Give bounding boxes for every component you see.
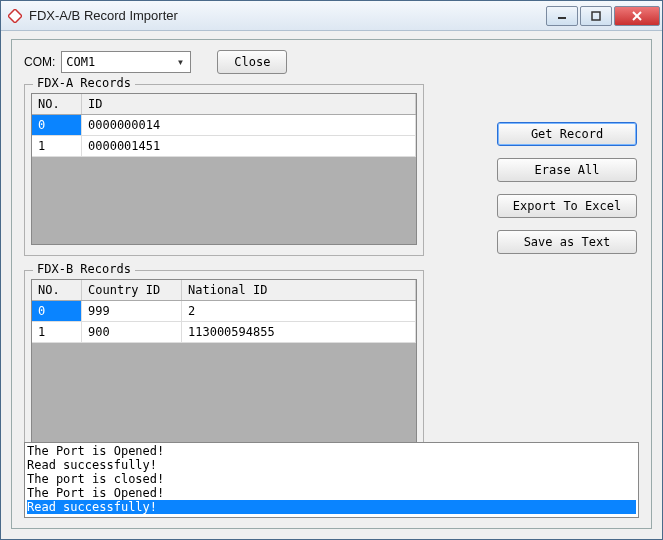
com-select-value: COM1 [66, 55, 172, 69]
fdx-a-grid[interactable]: NO. ID 0 0000000014 1 0000001451 [31, 93, 417, 245]
close-window-button[interactable] [614, 6, 660, 26]
fdx-b-header: NO. Country ID National ID [32, 280, 416, 301]
svg-marker-0 [8, 9, 22, 23]
maximize-button[interactable] [580, 6, 612, 26]
table-row[interactable]: 1 0000001451 [32, 136, 416, 157]
fdx-b-cell-country: 999 [82, 301, 182, 321]
table-row[interactable]: 1 900 113000594855 [32, 322, 416, 343]
fdx-b-legend: FDX-B Records [33, 262, 135, 276]
chevron-down-icon: ▼ [172, 58, 188, 67]
fdx-a-header-no[interactable]: NO. [32, 94, 82, 114]
main-window: FDX-A/B Record Importer COM: COM1 ▼ C [0, 0, 663, 540]
app-icon [7, 8, 23, 24]
window-title: FDX-A/B Record Importer [29, 8, 546, 23]
fdx-b-header-country[interactable]: Country ID [82, 280, 182, 300]
log-line[interactable]: The Port is Opened! [27, 486, 636, 500]
fdx-a-cell-id: 0000000014 [82, 115, 416, 135]
table-row[interactable]: 0 999 2 [32, 301, 416, 322]
fdx-b-header-no[interactable]: NO. [32, 280, 82, 300]
com-label: COM: [24, 55, 55, 69]
fdx-b-group: FDX-B Records NO. Country ID National ID… [24, 270, 424, 458]
fdx-a-cell-no: 1 [32, 136, 82, 156]
fdx-a-group: FDX-A Records NO. ID 0 0000000014 [24, 84, 424, 256]
title-bar[interactable]: FDX-A/B Record Importer [1, 1, 662, 31]
fdx-b-cell-national: 113000594855 [182, 322, 416, 342]
log-line[interactable]: Read successfully! [27, 500, 636, 514]
fdx-b-cell-national: 2 [182, 301, 416, 321]
fdx-a-legend: FDX-A Records [33, 76, 135, 90]
fdx-b-cell-no: 1 [32, 322, 82, 342]
inner-panel: COM: COM1 ▼ Close FDX-A Records NO. ID [11, 39, 652, 529]
side-button-column: Get Record Erase All Export To Excel Sav… [497, 122, 637, 254]
fdx-b-grid[interactable]: NO. Country ID National ID 0 999 2 1 [31, 279, 417, 447]
top-row: COM: COM1 ▼ Close [24, 50, 639, 74]
log-line[interactable]: Read successfully! [27, 458, 636, 472]
fdx-a-header: NO. ID [32, 94, 416, 115]
client-area: COM: COM1 ▼ Close FDX-A Records NO. ID [1, 31, 662, 539]
com-select[interactable]: COM1 ▼ [61, 51, 191, 73]
close-button[interactable]: Close [217, 50, 287, 74]
export-excel-button[interactable]: Export To Excel [497, 194, 637, 218]
log-line[interactable]: The Port is Opened! [27, 444, 636, 458]
table-row[interactable]: 0 0000000014 [32, 115, 416, 136]
fdx-a-cell-id: 0000001451 [82, 136, 416, 156]
minimize-button[interactable] [546, 6, 578, 26]
fdx-b-cell-country: 900 [82, 322, 182, 342]
fdx-a-header-id[interactable]: ID [82, 94, 416, 114]
get-record-button[interactable]: Get Record [497, 122, 637, 146]
svg-rect-2 [592, 12, 600, 20]
save-text-button[interactable]: Save as Text [497, 230, 637, 254]
fdx-a-cell-no: 0 [32, 115, 82, 135]
fdx-b-header-national[interactable]: National ID [182, 280, 416, 300]
log-line[interactable]: The port is closed! [27, 472, 636, 486]
erase-all-button[interactable]: Erase All [497, 158, 637, 182]
fdx-b-cell-no: 0 [32, 301, 82, 321]
log-list[interactable]: The Port is Opened! Read successfully! T… [24, 442, 639, 518]
